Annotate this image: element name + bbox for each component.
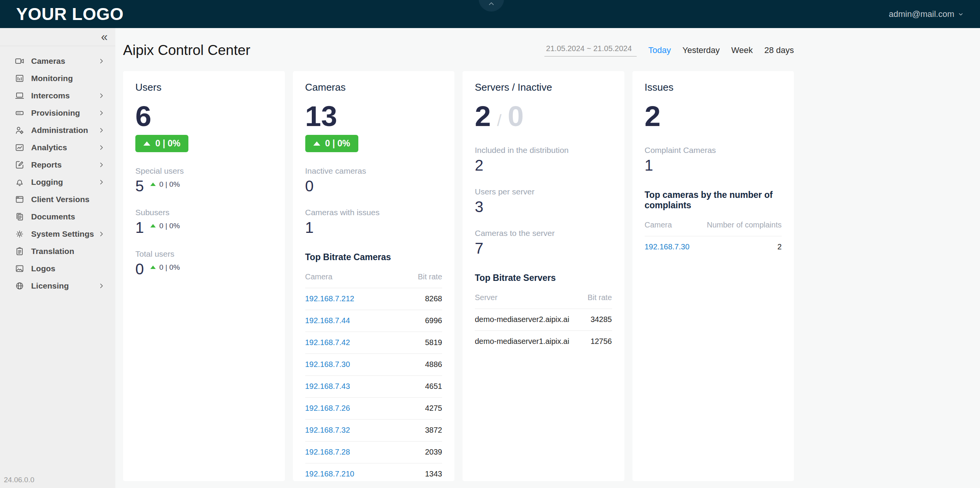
complaint-cameras-table: Camera Number of complaints 192.168.7.30… [645, 218, 782, 258]
sidebar-nav: Cameras Monitoring Intercoms Provisionin… [0, 46, 115, 294]
metric-inactive-cameras: Inactive cameras 0 [305, 166, 443, 194]
issues-card: Issues 2 Complaint Cameras 1 Top cameras… [632, 71, 794, 481]
chevron-down-icon [958, 11, 964, 17]
sidebar-item-intercoms[interactable]: Intercoms [0, 87, 115, 104]
triangle-up-icon [150, 266, 156, 269]
analytics-icon [15, 143, 25, 153]
metric-cameras-with-issues: Cameras with issues 1 [305, 208, 443, 235]
sidebar-item-logos[interactable]: Logos [0, 260, 115, 277]
sidebar-item-logging[interactable]: Logging [0, 173, 115, 191]
sidebar-item-administration[interactable]: Administration [0, 121, 115, 139]
range-button-yesterday[interactable]: Yesterday [682, 45, 720, 55]
table-row: 192.168.7.30 2 [645, 236, 782, 258]
bitrate-value: 4651 [425, 382, 443, 391]
camera-link[interactable]: 192.168.7.212 [305, 294, 354, 303]
date-controls: Today Yesterday Week 28 days [544, 44, 794, 56]
servers-total: 2 [475, 101, 491, 131]
app-version: 24.06.0.0 [4, 476, 34, 484]
table-row: demo-mediaserver1.aipix.ai 12756 [475, 331, 612, 352]
intercom-icon [15, 91, 25, 101]
metric-subusers: Subusers 1 0 | 0% [135, 208, 273, 235]
users-trend-badge: 0 | 0% [135, 135, 188, 152]
image-icon [15, 264, 25, 274]
bitrate-value: 5819 [425, 338, 443, 347]
metric-cameras-to-server: Cameras to the server 7 [475, 229, 612, 256]
cameras-card: Cameras 13 0 | 0% Inactive cameras 0 Cam… [293, 71, 455, 481]
camera-link[interactable]: 192.168.7.26 [305, 404, 350, 413]
servers-inactive: 0 [507, 101, 524, 131]
administration-icon [15, 125, 25, 135]
top-bitrate-cameras-table: Camera Bit rate 192.168.7.212 8268 1 [305, 270, 443, 481]
reports-icon [15, 160, 25, 170]
top-complaint-cameras-title: Top cameras by the number of complaints [645, 190, 782, 211]
metric-users-per-server: Users per server 3 [475, 187, 612, 214]
top-bitrate-servers-title: Top Bitrate Servers [475, 273, 612, 283]
sidebar-item-system-settings[interactable]: System Settings [0, 225, 115, 242]
camera-link[interactable]: 192.168.7.28 [305, 448, 350, 456]
range-button-28-days[interactable]: 28 days [764, 45, 794, 55]
metric-included-distribution: Included in the distribution 2 [475, 146, 612, 173]
servers-card-title: Servers / Inactive [475, 81, 612, 93]
sidebar-item-analytics[interactable]: Analytics [0, 139, 115, 156]
collapse-sidebar-button[interactable]: « [101, 29, 108, 45]
servers-card: Servers / Inactive 2 / 0 Included in the… [463, 71, 624, 481]
clipboard-icon [15, 246, 25, 256]
chevron-right-icon [98, 92, 105, 100]
sidebar-item-provisioning[interactable]: Provisioning [0, 104, 115, 121]
camera-link[interactable]: 192.168.7.30 [645, 242, 690, 251]
cameras-card-title: Cameras [305, 81, 443, 93]
bitrate-value: 4275 [425, 404, 443, 413]
globe-icon [15, 281, 25, 291]
triangle-up-icon [143, 141, 150, 146]
cameras-trend-badge: 0 | 0% [305, 135, 358, 152]
cameras-total: 13 [305, 101, 337, 131]
sidebar-item-documents[interactable]: Documents [0, 208, 115, 225]
provisioning-icon [15, 108, 25, 118]
users-total: 6 [135, 101, 151, 131]
user-menu[interactable]: admin@mail.com [889, 9, 964, 19]
monitoring-icon [15, 73, 25, 83]
slash-separator: / [497, 111, 502, 130]
table-row: 192.168.7.42 5819 [305, 332, 443, 354]
sidebar-item-translation[interactable]: Translation [0, 242, 115, 260]
sidebar-item-monitoring[interactable]: Monitoring [0, 70, 115, 87]
triangle-up-icon [150, 224, 156, 227]
chevron-right-icon [98, 161, 105, 169]
table-row: 192.168.7.32 3872 [305, 420, 443, 442]
table-row: 192.168.7.44 6996 [305, 310, 443, 332]
chevron-right-icon [98, 109, 105, 117]
table-row: demo-mediaserver2.aipix.ai 34285 [475, 309, 612, 331]
range-button-today[interactable]: Today [648, 45, 671, 55]
sidebar-header: « [0, 28, 115, 46]
bitrate-value: 8268 [425, 294, 443, 303]
table-row: 192.168.7.210 1343 [305, 463, 443, 481]
sidebar-item-licensing[interactable]: Licensing [0, 277, 115, 294]
users-card: Users 6 0 | 0% Special users 5 0 | 0% Su… [123, 71, 285, 481]
table-row: 192.168.7.30 4886 [305, 354, 443, 376]
chevron-right-icon [98, 282, 105, 290]
sidebar-item-cameras[interactable]: Cameras [0, 52, 115, 70]
chevron-right-icon [98, 57, 105, 65]
camera-link[interactable]: 192.168.7.30 [305, 360, 350, 369]
date-range-input[interactable] [544, 44, 637, 56]
gear-icon [15, 229, 25, 239]
camera-link[interactable]: 192.168.7.42 [305, 338, 350, 347]
top-bitrate-servers-table: Server Bit rate demo-mediaserver2.aipix.… [475, 291, 612, 352]
table-row: 192.168.7.28 2039 [305, 442, 443, 463]
table-row: 192.168.7.43 4651 [305, 376, 443, 398]
camera-link[interactable]: 192.168.7.32 [305, 426, 350, 435]
range-button-week[interactable]: Week [731, 45, 753, 55]
metric-complaint-cameras: Complaint Cameras 1 [645, 146, 782, 173]
bitrate-value: 4886 [425, 360, 443, 369]
camera-link[interactable]: 192.168.7.44 [305, 316, 350, 325]
complaints-value: 2 [777, 242, 782, 251]
server-name: demo-mediaserver2.aipix.ai [475, 315, 569, 324]
window-icon [15, 194, 25, 204]
issues-card-title: Issues [645, 81, 782, 93]
camera-link[interactable]: 192.168.7.210 [305, 470, 354, 478]
bitrate-value: 34285 [591, 315, 612, 324]
scroll-top-button[interactable] [479, 0, 504, 12]
sidebar-item-reports[interactable]: Reports [0, 156, 115, 173]
camera-link[interactable]: 192.168.7.43 [305, 382, 350, 391]
sidebar-item-client-versions[interactable]: Client Versions [0, 191, 115, 208]
